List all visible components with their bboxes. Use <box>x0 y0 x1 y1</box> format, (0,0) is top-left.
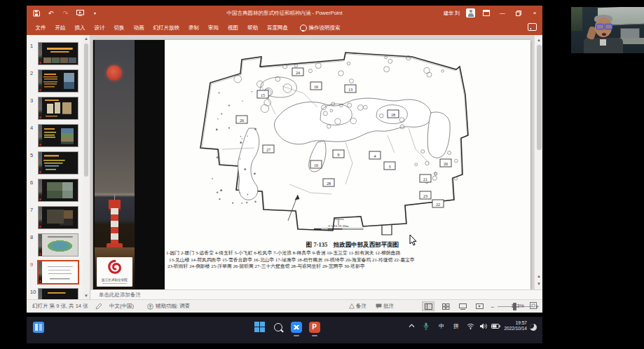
fit-slide-to-window-icon[interactable] <box>530 301 537 313</box>
slide-number: 1 <box>30 43 33 49</box>
zoom-level[interactable]: 113% <box>511 300 524 313</box>
panel-scroll-down-icon[interactable]: ▼ <box>83 292 90 299</box>
glasses-right-lens <box>605 24 612 29</box>
ime-language-indicator[interactable]: 中 <box>439 322 444 330</box>
slide-thumbnail-8[interactable] <box>38 233 78 256</box>
tab-design[interactable]: 设计 <box>90 20 109 35</box>
account-user-name[interactable]: 建华 刘 <box>444 10 460 17</box>
svg-text:24: 24 <box>296 71 300 75</box>
slide-thumbnail-7[interactable] <box>38 206 78 229</box>
clock[interactable]: 19:57 2022/10/14 <box>504 320 527 331</box>
start-button[interactable] <box>254 321 266 333</box>
tab-slideshow[interactable]: 幻灯片放映 <box>149 20 184 35</box>
notes-placeholder[interactable]: 单击此处添加备注 <box>99 290 141 300</box>
status-bar: 幻灯片 第 9 张, 共 14 张 中文(中国) 辅助功能: 调查 备注 批注 <box>27 299 542 313</box>
speaker-icon[interactable] <box>479 323 487 331</box>
svg-text:23: 23 <box>423 194 427 198</box>
accessibility-icon <box>147 300 153 313</box>
restore-button[interactable] <box>514 8 523 18</box>
battery-icon[interactable] <box>491 324 500 330</box>
mic-icon[interactable] <box>423 322 429 331</box>
avatar[interactable] <box>466 8 475 18</box>
sun-image <box>107 65 122 81</box>
svg-text:13: 13 <box>348 88 352 92</box>
meeting-app-icon[interactable] <box>290 321 302 333</box>
notes-toggle[interactable]: 备注 <box>349 300 366 313</box>
slide-area-scrollbar[interactable]: ▲ ▲ ▼ <box>534 35 542 289</box>
powerpoint-taskbar-icon[interactable]: P <box>308 321 320 333</box>
ink-pen-icon[interactable] <box>95 300 102 313</box>
widgets-icon[interactable] <box>32 321 44 333</box>
thumbnail-panel-scrollbar[interactable]: ▲ ▼ <box>83 35 90 299</box>
webcam-video-view <box>571 7 644 53</box>
slide-thumbnail-4[interactable] <box>38 124 78 147</box>
do-not-disturb-moon-icon[interactable] <box>530 324 537 331</box>
slide-thumbnail-9-selected[interactable] <box>37 260 79 285</box>
tab-record[interactable]: 录制 <box>184 20 204 35</box>
slide-thumbnail-1[interactable] <box>38 42 78 65</box>
tab-animations[interactable]: 动画 <box>129 20 149 35</box>
svg-text:26: 26 <box>240 118 244 123</box>
tell-me-search[interactable]: 操作说明搜索 <box>300 25 341 32</box>
clock-time: 19:57 <box>504 320 527 326</box>
tab-review[interactable]: 审阅 <box>204 20 224 35</box>
tab-view[interactable]: 视图 <box>224 20 243 35</box>
close-button[interactable]: × <box>530 8 540 18</box>
panel-scroll-thumb[interactable] <box>84 43 88 177</box>
tray-chevron-icon[interactable] <box>409 323 415 329</box>
slide-thumbnail-2[interactable] <box>38 69 78 93</box>
scroll-thumb[interactable] <box>537 45 542 150</box>
svg-text:16: 16 <box>314 85 318 89</box>
previous-slide-icon[interactable]: ▲ <box>535 273 542 280</box>
slide-thumbnail-6[interactable] <box>38 179 78 202</box>
wifi-icon[interactable] <box>467 323 474 331</box>
slide-number: 5 <box>30 152 33 158</box>
ime-mode-indicator[interactable]: 拼 <box>453 322 459 330</box>
zoom-out-button[interactable]: − <box>491 301 494 313</box>
next-slide-icon[interactable]: ▼ <box>535 280 542 287</box>
windows-taskbar: P 中 拼 19:57 2022/10/14 <box>27 317 542 343</box>
scroll-up-icon[interactable]: ▲ <box>535 36 542 43</box>
search-icon[interactable] <box>272 321 284 333</box>
svg-text:4: 4 <box>374 154 376 158</box>
ribbon-tab-bar: 文件 开始 插入 设计 切换 动画 幻灯片放映 录制 审阅 视图 帮助 百度网盘… <box>27 20 542 35</box>
tab-help[interactable]: 帮助 <box>243 20 263 35</box>
slide-thumbnail-10[interactable] <box>38 288 78 299</box>
language-status[interactable]: 中文(中国) <box>109 300 134 313</box>
view-slide-sorter-button[interactable] <box>439 301 452 311</box>
view-reading-button[interactable] <box>456 301 469 311</box>
figure-caption: 图 7-135 拙政园中部及西部平面图 <box>219 241 486 249</box>
person-shirt <box>600 39 606 46</box>
clock-date: 2022/10/14 <box>504 326 527 331</box>
view-slideshow-button[interactable] <box>473 301 486 311</box>
tab-file[interactable]: 文件 <box>31 20 50 35</box>
slide-thumbnail-5[interactable] <box>38 151 78 174</box>
tab-insert[interactable]: 插入 <box>70 20 90 35</box>
title-bar[interactable]: ↶ ↷ ▾ 中国古典园林的形式特征和精神内涵 - PowerPoint 建华 刘… <box>27 6 542 20</box>
view-normal-button[interactable] <box>422 301 434 311</box>
minimize-button[interactable]: — <box>498 8 507 18</box>
slide-thumbnail-3[interactable] <box>38 97 78 120</box>
notes-pane[interactable]: 单击此处添加备注 <box>90 289 542 300</box>
panel-scroll-up-icon[interactable]: ▲ <box>83 35 90 42</box>
comments-bubble-icon[interactable] <box>528 23 537 31</box>
comments-toggle[interactable]: 批注 <box>376 300 394 313</box>
lighthouse-photo: 浙江艺术职业学院 <box>95 40 135 289</box>
slide-number: 6 <box>30 179 33 186</box>
svg-text:21: 21 <box>423 177 427 182</box>
legend-line: 13-见山楼 14-荷风四面亭 15-雪香云蔚亭 16-北山亭 17-绿漪亭 1… <box>166 256 528 264</box>
svg-text:9: 9 <box>338 153 340 157</box>
slide-editing-area[interactable]: 浙江艺术职业学院 <box>90 35 534 289</box>
tab-baidu-netdisk[interactable]: 百度网盘 <box>263 20 293 35</box>
legend-line: 23-听雨轩 24-倒影楼 25-浮翠阁 26-留听阁 27-三十六鸳鸯馆 28… <box>166 263 528 270</box>
tab-transitions[interactable]: 切换 <box>109 20 129 35</box>
svg-text:3: 3 <box>389 165 391 169</box>
slide-canvas[interactable]: 浙江艺术职业学院 <box>93 40 530 289</box>
slide-number: 7 <box>30 207 33 213</box>
lighthouse-tower <box>111 208 118 245</box>
svg-text:28: 28 <box>327 182 331 186</box>
accessibility-status[interactable]: 辅助功能: 调查 <box>156 300 190 313</box>
scale-label: 0 5 10 20 30m <box>329 224 349 228</box>
tab-home[interactable]: 开始 <box>50 20 70 35</box>
ribbon-display-options-icon[interactable] <box>481 8 491 18</box>
